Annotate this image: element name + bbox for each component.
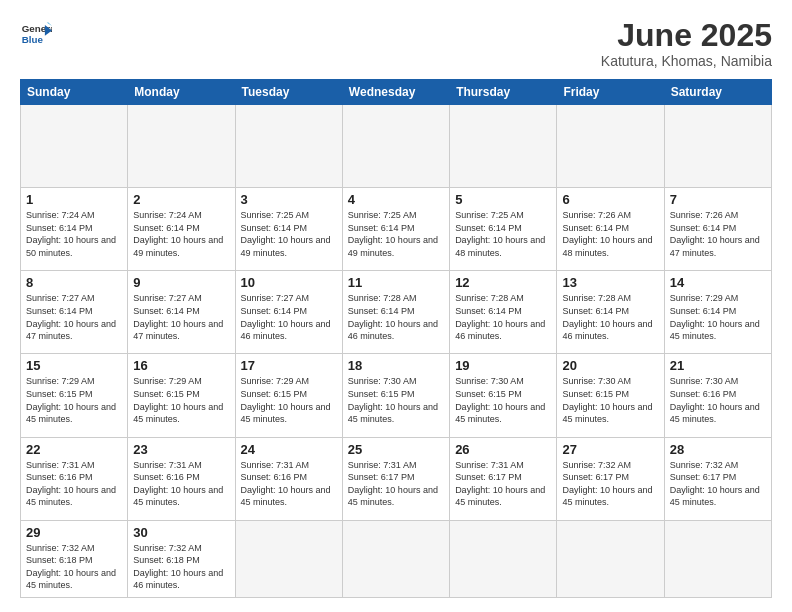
logo: General Blue — [20, 18, 52, 50]
table-row — [235, 520, 342, 597]
day-info: Sunrise: 7:30 AM Sunset: 6:15 PM Dayligh… — [455, 375, 551, 425]
day-number: 6 — [562, 192, 658, 207]
calendar-page: General Blue June 2025 Katutura, Khomas,… — [0, 0, 792, 612]
table-row: 2 Sunrise: 7:24 AM Sunset: 6:14 PM Dayli… — [128, 188, 235, 271]
table-row: 7 Sunrise: 7:26 AM Sunset: 6:14 PM Dayli… — [664, 188, 771, 271]
day-number: 19 — [455, 358, 551, 373]
day-number: 1 — [26, 192, 122, 207]
day-info: Sunrise: 7:30 AM Sunset: 6:15 PM Dayligh… — [348, 375, 444, 425]
day-info: Sunrise: 7:28 AM Sunset: 6:14 PM Dayligh… — [455, 292, 551, 342]
table-row: 3 Sunrise: 7:25 AM Sunset: 6:14 PM Dayli… — [235, 188, 342, 271]
table-row: 29 Sunrise: 7:32 AM Sunset: 6:18 PM Dayl… — [21, 520, 128, 597]
table-row: 25 Sunrise: 7:31 AM Sunset: 6:17 PM Dayl… — [342, 437, 449, 520]
day-number: 11 — [348, 275, 444, 290]
day-number: 18 — [348, 358, 444, 373]
day-info: Sunrise: 7:32 AM Sunset: 6:18 PM Dayligh… — [26, 542, 122, 592]
table-row — [450, 520, 557, 597]
day-info: Sunrise: 7:27 AM Sunset: 6:14 PM Dayligh… — [241, 292, 337, 342]
day-number: 29 — [26, 525, 122, 540]
day-number: 15 — [26, 358, 122, 373]
table-row: 21 Sunrise: 7:30 AM Sunset: 6:16 PM Dayl… — [664, 354, 771, 437]
table-row — [557, 520, 664, 597]
table-row: 11 Sunrise: 7:28 AM Sunset: 6:14 PM Dayl… — [342, 271, 449, 354]
day-info: Sunrise: 7:25 AM Sunset: 6:14 PM Dayligh… — [241, 209, 337, 259]
table-row: 14 Sunrise: 7:29 AM Sunset: 6:14 PM Dayl… — [664, 271, 771, 354]
day-info: Sunrise: 7:25 AM Sunset: 6:14 PM Dayligh… — [455, 209, 551, 259]
table-row: 17 Sunrise: 7:29 AM Sunset: 6:15 PM Dayl… — [235, 354, 342, 437]
day-info: Sunrise: 7:31 AM Sunset: 6:16 PM Dayligh… — [26, 459, 122, 509]
table-row: 16 Sunrise: 7:29 AM Sunset: 6:15 PM Dayl… — [128, 354, 235, 437]
table-row — [235, 105, 342, 188]
day-number: 17 — [241, 358, 337, 373]
day-number: 2 — [133, 192, 229, 207]
day-info: Sunrise: 7:29 AM Sunset: 6:15 PM Dayligh… — [26, 375, 122, 425]
day-number: 13 — [562, 275, 658, 290]
day-info: Sunrise: 7:29 AM Sunset: 6:14 PM Dayligh… — [670, 292, 766, 342]
col-wednesday: Wednesday — [342, 80, 449, 105]
day-number: 8 — [26, 275, 122, 290]
logo-icon: General Blue — [20, 18, 52, 50]
day-number: 27 — [562, 442, 658, 457]
table-row: 10 Sunrise: 7:27 AM Sunset: 6:14 PM Dayl… — [235, 271, 342, 354]
day-info: Sunrise: 7:27 AM Sunset: 6:14 PM Dayligh… — [133, 292, 229, 342]
col-sunday: Sunday — [21, 80, 128, 105]
day-info: Sunrise: 7:31 AM Sunset: 6:17 PM Dayligh… — [455, 459, 551, 509]
header: General Blue June 2025 Katutura, Khomas,… — [20, 18, 772, 69]
table-row: 8 Sunrise: 7:27 AM Sunset: 6:14 PM Dayli… — [21, 271, 128, 354]
day-number: 21 — [670, 358, 766, 373]
calendar-table: Sunday Monday Tuesday Wednesday Thursday… — [20, 79, 772, 598]
day-info: Sunrise: 7:32 AM Sunset: 6:17 PM Dayligh… — [562, 459, 658, 509]
day-number: 14 — [670, 275, 766, 290]
day-number: 16 — [133, 358, 229, 373]
day-info: Sunrise: 7:26 AM Sunset: 6:14 PM Dayligh… — [562, 209, 658, 259]
table-row: 4 Sunrise: 7:25 AM Sunset: 6:14 PM Dayli… — [342, 188, 449, 271]
day-info: Sunrise: 7:28 AM Sunset: 6:14 PM Dayligh… — [348, 292, 444, 342]
table-row: 1 Sunrise: 7:24 AM Sunset: 6:14 PM Dayli… — [21, 188, 128, 271]
day-number: 7 — [670, 192, 766, 207]
title-block: June 2025 Katutura, Khomas, Namibia — [601, 18, 772, 69]
day-number: 5 — [455, 192, 551, 207]
table-row: 12 Sunrise: 7:28 AM Sunset: 6:14 PM Dayl… — [450, 271, 557, 354]
day-info: Sunrise: 7:31 AM Sunset: 6:17 PM Dayligh… — [348, 459, 444, 509]
table-row — [128, 105, 235, 188]
table-row: 5 Sunrise: 7:25 AM Sunset: 6:14 PM Dayli… — [450, 188, 557, 271]
table-row: 13 Sunrise: 7:28 AM Sunset: 6:14 PM Dayl… — [557, 271, 664, 354]
table-row — [664, 105, 771, 188]
table-row: 15 Sunrise: 7:29 AM Sunset: 6:15 PM Dayl… — [21, 354, 128, 437]
table-row: 19 Sunrise: 7:30 AM Sunset: 6:15 PM Dayl… — [450, 354, 557, 437]
table-row: 26 Sunrise: 7:31 AM Sunset: 6:17 PM Dayl… — [450, 437, 557, 520]
day-info: Sunrise: 7:24 AM Sunset: 6:14 PM Dayligh… — [133, 209, 229, 259]
day-number: 4 — [348, 192, 444, 207]
day-number: 10 — [241, 275, 337, 290]
day-number: 20 — [562, 358, 658, 373]
day-number: 23 — [133, 442, 229, 457]
day-info: Sunrise: 7:30 AM Sunset: 6:15 PM Dayligh… — [562, 375, 658, 425]
table-row: 22 Sunrise: 7:31 AM Sunset: 6:16 PM Dayl… — [21, 437, 128, 520]
day-info: Sunrise: 7:28 AM Sunset: 6:14 PM Dayligh… — [562, 292, 658, 342]
col-thursday: Thursday — [450, 80, 557, 105]
day-info: Sunrise: 7:32 AM Sunset: 6:18 PM Dayligh… — [133, 542, 229, 592]
day-number: 22 — [26, 442, 122, 457]
day-info: Sunrise: 7:25 AM Sunset: 6:14 PM Dayligh… — [348, 209, 444, 259]
svg-text:Blue: Blue — [22, 34, 44, 45]
day-info: Sunrise: 7:26 AM Sunset: 6:14 PM Dayligh… — [670, 209, 766, 259]
day-number: 26 — [455, 442, 551, 457]
table-row — [21, 105, 128, 188]
day-number: 12 — [455, 275, 551, 290]
table-row: 20 Sunrise: 7:30 AM Sunset: 6:15 PM Dayl… — [557, 354, 664, 437]
table-row: 28 Sunrise: 7:32 AM Sunset: 6:17 PM Dayl… — [664, 437, 771, 520]
table-row: 6 Sunrise: 7:26 AM Sunset: 6:14 PM Dayli… — [557, 188, 664, 271]
day-info: Sunrise: 7:29 AM Sunset: 6:15 PM Dayligh… — [241, 375, 337, 425]
day-info: Sunrise: 7:32 AM Sunset: 6:17 PM Dayligh… — [670, 459, 766, 509]
day-info: Sunrise: 7:31 AM Sunset: 6:16 PM Dayligh… — [133, 459, 229, 509]
day-number: 25 — [348, 442, 444, 457]
month-year: June 2025 — [601, 18, 772, 53]
day-number: 3 — [241, 192, 337, 207]
table-row — [557, 105, 664, 188]
day-info: Sunrise: 7:24 AM Sunset: 6:14 PM Dayligh… — [26, 209, 122, 259]
table-row: 24 Sunrise: 7:31 AM Sunset: 6:16 PM Dayl… — [235, 437, 342, 520]
location: Katutura, Khomas, Namibia — [601, 53, 772, 69]
table-row: 9 Sunrise: 7:27 AM Sunset: 6:14 PM Dayli… — [128, 271, 235, 354]
col-saturday: Saturday — [664, 80, 771, 105]
day-number: 28 — [670, 442, 766, 457]
